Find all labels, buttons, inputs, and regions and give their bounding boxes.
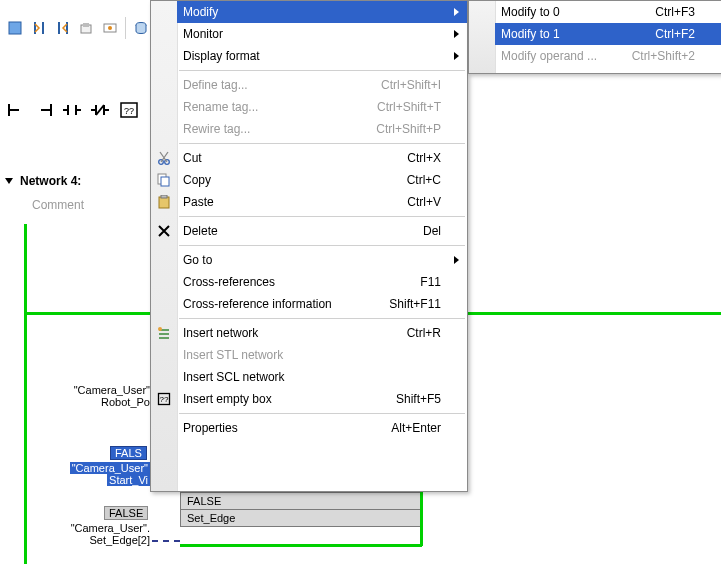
menu-item-shortcut: Ctrl+F2 xyxy=(655,27,695,41)
block-bottom-edge xyxy=(180,544,422,547)
menu-item-label: Cut xyxy=(183,151,202,165)
empty-box-icon[interactable]: ?? xyxy=(118,101,138,119)
menu-separator xyxy=(179,245,465,246)
network-title: Network 4: xyxy=(20,174,81,188)
menu-item[interactable]: Cross-referencesF11 xyxy=(177,271,467,293)
submenu-arrow-icon xyxy=(454,52,459,60)
menu-icon-column xyxy=(469,1,496,73)
block-row[interactable]: FALSE xyxy=(181,492,421,509)
menu-item-shortcut: Alt+Enter xyxy=(391,421,441,435)
menu-item[interactable]: Modify to 1Ctrl+F2 xyxy=(495,23,721,45)
menu-item[interactable]: Insert networkCtrl+R xyxy=(177,322,467,344)
menu-item-label: Properties xyxy=(183,421,238,435)
menu-item-label: Display format xyxy=(183,49,260,63)
submenu-arrow-icon xyxy=(454,30,459,38)
menu-item-label: Modify to 0 xyxy=(501,5,560,19)
modify-submenu: Modify to 0Ctrl+F3Modify to 1Ctrl+F2Modi… xyxy=(468,0,721,74)
menu-item-shortcut: Ctrl+F3 xyxy=(655,5,695,19)
contact-no-icon[interactable] xyxy=(62,101,82,119)
cut-icon xyxy=(155,149,173,167)
menu-item-shortcut: Shift+F11 xyxy=(389,297,441,311)
menu-item-label: Delete xyxy=(183,224,218,238)
open-branch-icon[interactable] xyxy=(6,101,26,119)
value-badge[interactable]: FALSE xyxy=(104,506,148,520)
menu-separator xyxy=(179,318,465,319)
copy-icon xyxy=(155,171,173,189)
toolbar-icon-4[interactable] xyxy=(77,19,95,37)
paste-icon xyxy=(155,193,173,211)
collapse-icon[interactable] xyxy=(5,178,13,184)
menu-item-shortcut: Ctrl+R xyxy=(407,326,441,340)
menu-item[interactable]: DeleteDel xyxy=(177,220,467,242)
menu-item[interactable]: CutCtrl+X xyxy=(177,147,467,169)
tag-label[interactable]: "Camera_User". Set_Edge[2] xyxy=(34,522,150,546)
editor-toolbar xyxy=(0,0,150,56)
menu-item: Insert STL network xyxy=(177,344,467,366)
power-rail xyxy=(24,224,27,564)
wire-dashed xyxy=(152,540,180,542)
ladder-toolbar: ?? xyxy=(0,92,150,128)
menu-item-label: Monitor xyxy=(183,27,223,41)
menu-item[interactable]: Modify to 0Ctrl+F3 xyxy=(495,1,721,23)
menu-item: Define tag...Ctrl+Shift+I xyxy=(177,74,467,96)
menu-item-label: Copy xyxy=(183,173,211,187)
context-menu: ModifyMonitorDisplay formatDefine tag...… xyxy=(150,0,468,492)
menu-item-label: Modify to 1 xyxy=(501,27,560,41)
submenu-arrow-icon xyxy=(454,256,459,264)
menu-item-label: Rewire tag... xyxy=(183,122,250,136)
menu-item-label: Cross-references xyxy=(183,275,275,289)
toolbar-icon-2[interactable] xyxy=(30,19,48,37)
menu-item[interactable]: CopyCtrl+C xyxy=(177,169,467,191)
menu-item[interactable]: Display format xyxy=(177,45,467,67)
svg-rect-0 xyxy=(9,22,21,34)
menu-separator xyxy=(179,413,465,414)
menu-item-label: Insert SCL network xyxy=(183,370,285,384)
network-header[interactable]: Network 4: xyxy=(6,170,151,192)
menu-item-label: Insert STL network xyxy=(183,348,283,362)
menu-item[interactable]: PasteCtrl+V xyxy=(177,191,467,213)
menu-item-label: Define tag... xyxy=(183,78,248,92)
insert-net-icon xyxy=(155,324,173,342)
tag-label-selected[interactable]: "Camera_User" Start_Vi xyxy=(34,462,150,486)
menu-item-shortcut: Ctrl+Shift+P xyxy=(376,122,441,136)
tag-label[interactable]: "Camera_User" Robot_Po xyxy=(34,384,150,408)
svg-rect-12 xyxy=(159,197,169,208)
menu-separator xyxy=(179,143,465,144)
toolbar-icon-6[interactable] xyxy=(132,19,150,37)
menu-item-shortcut: Ctrl+V xyxy=(407,195,441,209)
menu-item-label: Rename tag... xyxy=(183,100,258,114)
menu-item[interactable]: PropertiesAlt+Enter xyxy=(177,417,467,439)
menu-item-label: Cross-reference information xyxy=(183,297,332,311)
close-branch-icon[interactable] xyxy=(34,101,54,119)
menu-item[interactable]: Monitor xyxy=(177,23,467,45)
menu-item[interactable]: Modify xyxy=(177,1,467,23)
menu-item-shortcut: Ctrl+X xyxy=(407,151,441,165)
menu-separator xyxy=(179,216,465,217)
toolbar-icon-3[interactable] xyxy=(54,19,72,37)
value-badge-selected[interactable]: FALS xyxy=(110,446,147,460)
menu-item: Rename tag...Ctrl+Shift+T xyxy=(177,96,467,118)
toolbar-icon-5[interactable] xyxy=(101,19,119,37)
menu-item-label: Paste xyxy=(183,195,214,209)
menu-icon-column xyxy=(151,1,178,491)
delete-icon xyxy=(155,222,173,240)
menu-separator xyxy=(179,70,465,71)
network-comment[interactable]: Comment xyxy=(32,198,84,212)
svg-point-4 xyxy=(108,26,112,30)
toolbar-separator xyxy=(125,17,126,39)
block-row-label: Set_Edge xyxy=(187,512,235,524)
menu-item[interactable]: ??Insert empty boxShift+F5 xyxy=(177,388,467,410)
menu-item: Rewire tag...Ctrl+Shift+P xyxy=(177,118,467,140)
menu-item[interactable]: Cross-reference informationShift+F11 xyxy=(177,293,467,315)
menu-item[interactable]: Go to xyxy=(177,249,467,271)
toolbar-icon-1[interactable] xyxy=(6,19,24,37)
menu-item[interactable]: Insert SCL network xyxy=(177,366,467,388)
menu-item-shortcut: Ctrl+Shift+T xyxy=(377,100,441,114)
svg-rect-11 xyxy=(161,177,169,186)
contact-nc-icon[interactable] xyxy=(90,101,110,119)
empty-box-icon: ?? xyxy=(155,390,173,408)
block-row[interactable]: Set_Edge xyxy=(181,509,421,526)
menu-item-label: Insert empty box xyxy=(183,392,272,406)
menu-item-shortcut: Ctrl+C xyxy=(407,173,441,187)
menu-item-label: Modify xyxy=(183,5,218,19)
